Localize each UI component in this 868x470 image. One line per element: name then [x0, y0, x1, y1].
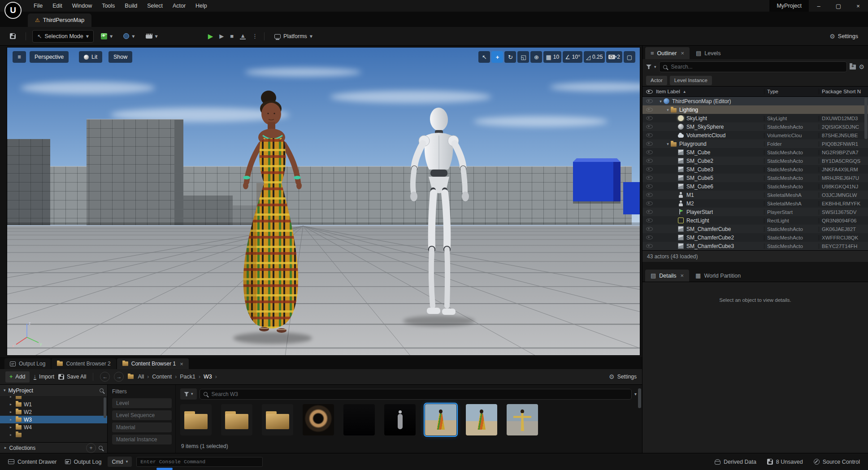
visibility-toggle[interactable] — [642, 99, 656, 103]
asset-search-input[interactable] — [200, 389, 632, 400]
search-icon[interactable] — [99, 446, 103, 450]
outliner-row[interactable]: ▾SkyLightSkyLightDXUWD12MD3 — [642, 114, 868, 122]
outliner-row[interactable]: ▾SM_ChamferCubeStaticMeshActoGK06JAEJ82T — [642, 225, 868, 233]
visibility-toggle[interactable] — [642, 150, 656, 154]
collections-row[interactable]: ▸ Collections + — [0, 442, 107, 453]
restore-icon[interactable]: ▢ — [829, 0, 848, 12]
menubar-item-window[interactable]: Window — [67, 0, 97, 12]
outliner-search-input[interactable] — [659, 61, 847, 72]
asset-thumbnail-char-c[interactable] — [507, 404, 538, 435]
breadcrumb-item-w3[interactable]: W3 — [204, 374, 212, 380]
asset-thumbnail-folder[interactable] — [221, 404, 252, 435]
outliner-row[interactable]: ▾SM_Cube6StaticMeshActoU98KGKQ41NJ — [642, 182, 868, 191]
visibility-toggle[interactable] — [642, 244, 656, 248]
outliner-row[interactable]: ▾VolumetricCloudVolumetricClou87SHEJN5UB… — [642, 131, 868, 139]
close-tab-icon[interactable]: × — [681, 50, 684, 57]
save-search-chevron-icon[interactable]: ▾ — [634, 392, 637, 396]
back-icon[interactable]: ← — [100, 372, 110, 382]
asset-thumbnail-folder[interactable] — [262, 404, 293, 435]
menubar-item-file[interactable]: File — [29, 0, 48, 12]
asset-thumbnail-material[interactable] — [303, 404, 334, 435]
expander-arrow-icon[interactable]: ▸ — [10, 396, 13, 399]
tab-world-partition[interactable]: ▦ World Partition — [690, 270, 746, 282]
menubar-item-edit[interactable]: Edit — [48, 0, 67, 12]
tab-details[interactable]: ▤ Details × — [645, 270, 689, 282]
rotation-snap-toggle[interactable]: ∠10° — [563, 51, 582, 63]
sources-scrollbar[interactable] — [104, 397, 106, 418]
scale-snap-toggle[interactable]: ◿0.25 — [584, 51, 605, 63]
filter-funnel-icon[interactable] — [646, 65, 651, 69]
show-dropdown[interactable]: Show — [108, 51, 132, 63]
select-tool-button[interactable]: ↖ — [478, 51, 490, 63]
import-button[interactable]: ↓ Import — [34, 374, 55, 380]
visibility-toggle[interactable] — [642, 193, 656, 197]
tab-outliner[interactable]: ≡ Outliner × — [645, 47, 690, 59]
filter-pill-material-instance[interactable]: Material Instance — [112, 435, 172, 444]
outliner-row[interactable]: ▾SM_ChamferCube3StaticMeshActoBEYC27T14F… — [642, 242, 868, 250]
assets-scrollbar[interactable] — [638, 388, 641, 408]
menubar-item-tools[interactable]: Tools — [97, 0, 120, 12]
viewport-menu-button[interactable]: ≡ — [13, 51, 26, 63]
frame-skip-icon[interactable]: ▶ — [219, 33, 224, 39]
outliner-row[interactable]: ▾Lighting — [642, 105, 868, 114]
asset-thumbnail-char-b[interactable] — [466, 404, 497, 435]
outliner-row[interactable]: ▾RectLightRectLightQR3N8094F06 — [642, 216, 868, 225]
settings-button[interactable]: ⚙ Settings — [826, 30, 862, 43]
outliner-row[interactable]: ▾SM_Cube2StaticMeshActoBY1DA5CRGQS — [642, 157, 868, 165]
visibility-toggle[interactable] — [642, 108, 656, 112]
breadcrumb-item-all[interactable]: All — [138, 374, 144, 380]
close-icon[interactable]: × — [848, 0, 868, 12]
filter-pill-level[interactable]: Level — [112, 398, 172, 408]
menubar-item-build[interactable]: Build — [120, 0, 142, 12]
platforms-dropdown[interactable]: Platforms ▾ — [271, 30, 316, 43]
play-icon[interactable]: ▶ — [208, 32, 213, 40]
expander-arrow-icon[interactable]: ▸ — [10, 425, 13, 429]
visibility-toggle[interactable] — [642, 116, 656, 120]
asset-filter-button[interactable]: ▾ — [180, 388, 197, 400]
unsaved-button[interactable]: 8 Unsaved — [765, 459, 805, 465]
visibility-toggle[interactable] — [642, 201, 656, 205]
perspective-dropdown[interactable]: Perspective — [30, 51, 69, 63]
expander-arrow-icon[interactable]: ▾ — [658, 99, 664, 104]
level-instance-filter-button[interactable]: Level Instance — [670, 76, 712, 85]
type-column-header[interactable]: Type — [764, 89, 819, 94]
menubar-item-select[interactable]: Select — [142, 0, 168, 12]
package-column-header[interactable]: Package Short N — [819, 89, 868, 94]
grid-snap-toggle[interactable]: ▦10 — [543, 51, 561, 63]
cmd-dropdown[interactable]: Cmd ▾ — [108, 457, 132, 467]
cinematics-dropdown[interactable]: ▾ — [142, 30, 161, 43]
add-actor-dropdown[interactable]: ▾ — [97, 30, 116, 43]
item-label-column-header[interactable]: Item Label ▲ — [656, 89, 764, 94]
source-control-button[interactable]: Source Control — [812, 459, 862, 465]
menubar-item-actor[interactable]: Actor — [168, 0, 191, 12]
camera-speed-button[interactable]: 2 — [606, 51, 622, 63]
expander-arrow-icon[interactable]: ▾ — [665, 142, 671, 146]
outliner-row[interactable]: ▾M1SkeletalMeshAO3JCJMNGLW — [642, 191, 868, 199]
breadcrumb-item-content[interactable]: Content — [152, 374, 172, 380]
outliner-row[interactable]: ▾SM_CubeStaticMeshActoNG2R9BPZVA7 — [642, 148, 868, 157]
outliner-row[interactable]: ▾ThirdPersonMap (Editor) — [642, 97, 868, 105]
scale-tool-button[interactable]: ◱ — [517, 51, 529, 63]
blueprints-dropdown[interactable]: ▾ — [120, 30, 138, 43]
panel-tab-content-browser-1[interactable]: Content Browser 1× — [117, 358, 189, 369]
content-drawer-button[interactable]: Content Drawer — [6, 459, 59, 465]
outliner-row[interactable]: ▾SM_SkySphereStaticMeshActo2QISIGK5DJNC — [642, 122, 868, 131]
visibility-toggle[interactable] — [642, 235, 656, 239]
visibility-toggle[interactable] — [642, 218, 656, 222]
tree-item-w3[interactable]: ▸W3 — [0, 416, 107, 423]
expander-arrow-icon[interactable]: ▸ — [10, 410, 13, 414]
sources-header[interactable]: ▾ MyProject — [0, 385, 107, 396]
visibility-toggle[interactable] — [642, 184, 656, 188]
console-command-input[interactable] — [136, 457, 263, 467]
outliner-row[interactable]: ▾M2SkeletalMeshAEKBHHLRMYFK — [642, 199, 868, 208]
panel-tab-output-log[interactable]: Output Log — [4, 358, 51, 369]
viewport-3d[interactable]: ≡ Perspective Lit Show ↖ + ↻ ◱ ⊕ ▦10 ∠10… — [7, 47, 640, 356]
visibility-toggle[interactable] — [642, 125, 656, 129]
view-mode-dropdown[interactable]: Lit — [79, 51, 102, 63]
asset-thumbnail-folder[interactable] — [180, 404, 212, 435]
tree-item-w2[interactable]: ▸W2 — [0, 408, 107, 416]
menubar-item-help[interactable]: Help — [191, 0, 212, 12]
outliner-row[interactable]: ▾PlayerStartPlayerStartSWSI13675DV — [642, 208, 868, 216]
tree-item-w1[interactable]: ▸W1 — [0, 400, 107, 408]
tree-item[interactable]: ▸ — [0, 431, 107, 439]
